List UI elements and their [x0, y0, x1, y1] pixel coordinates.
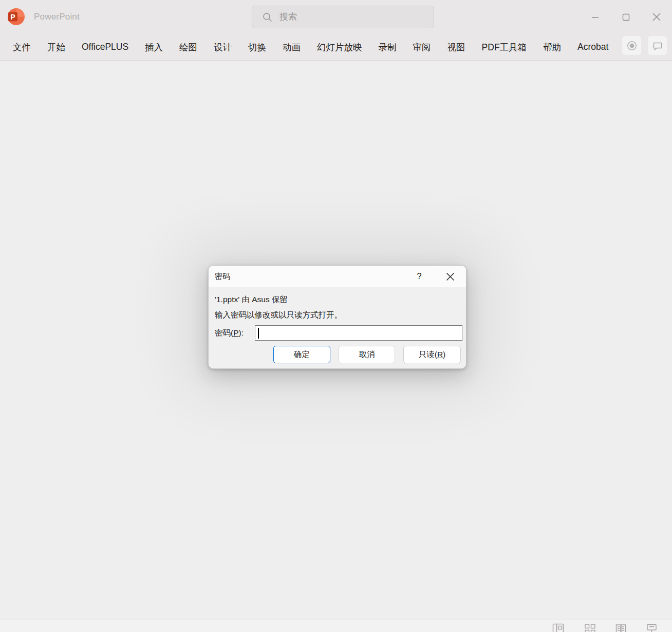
app-title: PowerPoint — [34, 0, 80, 34]
normal-view-icon[interactable] — [552, 623, 564, 632]
slideshow-icon[interactable] — [646, 623, 658, 632]
password-label: 密码(P): — [215, 328, 244, 339]
dialog-button-row: 确定 取消 只读(R) — [273, 346, 461, 363]
svg-text:P: P — [10, 13, 15, 21]
tab-transitions[interactable]: 切换 — [248, 41, 266, 53]
search-box[interactable] — [252, 6, 434, 28]
ribbon-tab-bar: 文件 开始 OfficePLUS 插入 绘图 设计 切换 动画 幻灯片放映 录制… — [0, 34, 672, 61]
record-button[interactable] — [622, 36, 641, 55]
password-input[interactable] — [255, 326, 462, 340]
record-icon — [626, 40, 638, 51]
comments-button[interactable] — [648, 36, 667, 55]
maximize-icon[interactable] — [610, 0, 641, 34]
readonly-button[interactable]: 只读(R) — [403, 346, 461, 363]
tab-file[interactable]: 文件 — [13, 41, 31, 53]
password-dialog: 密码 ? '1.pptx' 由 Asus 保留 输入密码以修改或以只读方式打开。… — [208, 265, 466, 369]
powerpoint-logo-icon: P — [8, 8, 25, 25]
minimize-icon[interactable] — [580, 0, 610, 34]
password-dialog-titlebar: 密码 ? — [209, 266, 466, 287]
tab-pdf-toolbox[interactable]: PDF工具箱 — [482, 41, 527, 53]
status-bar — [0, 620, 672, 632]
tab-review[interactable]: 审阅 — [413, 41, 431, 53]
tab-slide-show[interactable]: 幻灯片放映 — [317, 41, 362, 53]
text-caret — [258, 328, 259, 339]
close-icon[interactable] — [641, 0, 672, 34]
tab-view[interactable]: 视图 — [447, 41, 465, 53]
window-controls — [580, 0, 672, 34]
tab-record[interactable]: 录制 — [379, 41, 397, 53]
dialog-close-button[interactable] — [441, 269, 459, 284]
tab-officeplus[interactable]: OfficePLUS — [82, 42, 128, 52]
search-input[interactable] — [279, 12, 413, 22]
password-input-wrap — [255, 325, 462, 341]
comments-icon — [652, 40, 663, 51]
reading-view-icon[interactable] — [615, 623, 627, 632]
search-icon — [263, 12, 272, 22]
password-dialog-title: 密码 — [215, 272, 410, 282]
password-instruction: 输入密码以修改或以只读方式打开。 — [215, 310, 342, 321]
dialog-help-button[interactable]: ? — [410, 269, 428, 284]
titlebar: P PowerPoint — [0, 0, 672, 34]
ok-button[interactable]: 确定 — [273, 346, 330, 363]
ribbon-corner-buttons — [622, 36, 667, 55]
tab-acrobat[interactable]: Acrobat — [577, 42, 608, 52]
cancel-button[interactable]: 取消 — [339, 346, 395, 363]
dialog-close-icon — [446, 272, 455, 281]
tab-help[interactable]: 帮助 — [543, 41, 561, 53]
tab-draw[interactable]: 绘图 — [179, 41, 197, 53]
tab-home[interactable]: 开始 — [47, 41, 65, 53]
tab-animations[interactable]: 动画 — [283, 41, 301, 53]
tab-insert[interactable]: 插入 — [145, 41, 163, 53]
slide-sorter-icon[interactable] — [584, 623, 596, 632]
file-reserved-message: '1.pptx' 由 Asus 保留 — [215, 294, 288, 305]
tab-design[interactable]: 设计 — [214, 41, 232, 53]
